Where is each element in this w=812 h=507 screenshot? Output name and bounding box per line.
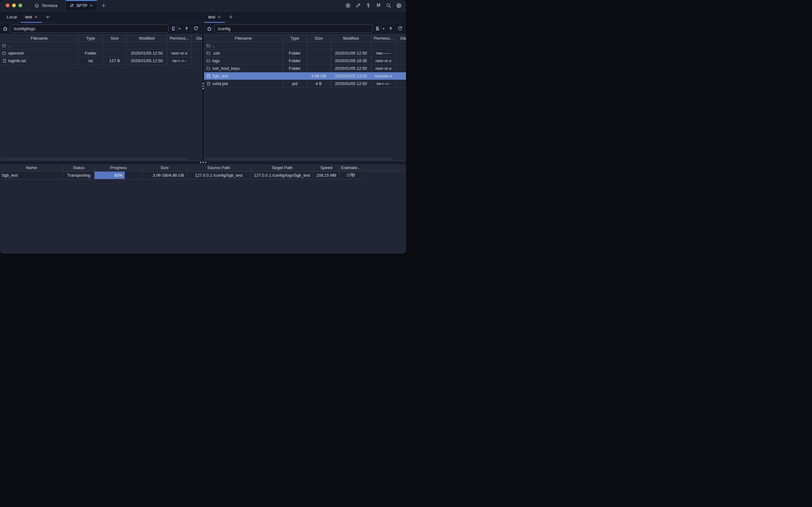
left-horizontal-scrollbar[interactable] bbox=[1, 158, 188, 160]
traffic-lights bbox=[0, 0, 31, 11]
right-refresh-button[interactable] bbox=[396, 25, 403, 32]
transfer-target-path-cell: 127.0.0.1:/config/logs/5gb_test bbox=[251, 172, 314, 179]
left-col-modified[interactable]: Modified bbox=[127, 35, 167, 42]
key-icon[interactable] bbox=[365, 2, 372, 9]
type-cell: txt bbox=[79, 57, 103, 64]
folder-icon bbox=[206, 66, 210, 70]
transfer-col-size[interactable]: Size bbox=[143, 164, 187, 171]
permissions-cell: rwxr-xr-x bbox=[167, 50, 192, 57]
file-icon bbox=[206, 74, 210, 78]
table-row[interactable]: loginfo.txt txt 127 B 2025/01/05 12:50 r… bbox=[0, 57, 202, 65]
transfer-row[interactable]: 5gb_test Transporting 63% 3.06 GB/4.88 G… bbox=[0, 172, 406, 179]
left-tab-local[interactable]: Local bbox=[3, 11, 21, 22]
table-row[interactable]: .. bbox=[204, 42, 406, 50]
left-bookmark-button[interactable] bbox=[171, 26, 181, 31]
transfer-source-path-cell: 127.0.0.1:/config/5gb_test bbox=[187, 172, 251, 179]
right-tab-test[interactable]: test bbox=[204, 11, 225, 22]
table-row[interactable]: .ssh Folder 2025/01/05 12:50 rwx------ bbox=[204, 50, 406, 57]
transfer-col-source-path[interactable]: Source Path bbox=[187, 164, 251, 171]
transfer-row-filler bbox=[363, 172, 406, 179]
chevron-down-icon[interactable] bbox=[178, 27, 181, 30]
right-col-filename[interactable]: Filename bbox=[204, 35, 283, 42]
chevron-down-icon[interactable] bbox=[382, 27, 385, 30]
filename-label: ssh_host_keys bbox=[212, 66, 240, 71]
tab-sftp[interactable]: SFTP bbox=[65, 0, 98, 11]
size-cell bbox=[307, 50, 331, 57]
right-horizontal-scrollbar[interactable] bbox=[205, 158, 392, 160]
minimize-window-button[interactable] bbox=[12, 3, 16, 7]
close-window-button[interactable] bbox=[6, 3, 9, 7]
transfer-estimate-cell: 17秒 bbox=[339, 172, 363, 179]
filename-label: sshd.pid bbox=[212, 81, 228, 86]
owner-cell bbox=[396, 80, 406, 87]
table-row[interactable]: logs Folder 2025/01/05 18:35 rwxr-xr-x bbox=[204, 57, 406, 65]
file-icon bbox=[2, 59, 6, 63]
table-row[interactable]: ssh_host_keys Folder 2025/01/05 12:50 rw… bbox=[204, 65, 406, 72]
branch-icon[interactable] bbox=[375, 2, 382, 9]
left-up-directory-button[interactable] bbox=[183, 25, 190, 32]
right-path-input[interactable] bbox=[214, 24, 373, 33]
permissions-cell bbox=[371, 42, 396, 49]
transfer-panel-splitter[interactable] bbox=[0, 161, 406, 164]
right-pane-new-tab-button[interactable] bbox=[225, 11, 237, 22]
filename-label: .ssh bbox=[212, 51, 220, 56]
left-tab-test-label: test bbox=[25, 15, 32, 19]
table-row[interactable]: openssh Folder 2025/01/05 12:50 rwxr-xr-… bbox=[0, 50, 202, 57]
edit-icon[interactable] bbox=[355, 2, 362, 9]
left-tab-test[interactable]: test bbox=[21, 11, 42, 22]
left-path-input[interactable] bbox=[10, 24, 169, 33]
transfer-updown-icon bbox=[69, 3, 74, 8]
right-tab-test-close-icon[interactable] bbox=[217, 15, 221, 19]
table-row[interactable]: .. bbox=[0, 42, 202, 50]
record-icon[interactable] bbox=[344, 2, 351, 9]
right-col-owner[interactable]: Owner bbox=[396, 35, 406, 42]
left-pane-tabstrip: Local test bbox=[0, 11, 202, 23]
right-home-icon[interactable] bbox=[207, 26, 212, 32]
search-icon[interactable] bbox=[385, 2, 392, 9]
type-cell bbox=[283, 72, 307, 79]
home-icon bbox=[34, 3, 39, 8]
right-bookmark-button[interactable] bbox=[375, 26, 385, 31]
right-col-type[interactable]: Type bbox=[283, 35, 307, 42]
table-row-selected[interactable]: 5gb_test 4.88 GB 2025/01/05 13:02 rwxrwx… bbox=[204, 72, 406, 80]
left-home-icon[interactable] bbox=[3, 26, 8, 32]
left-col-owner[interactable]: Owner bbox=[192, 35, 202, 42]
transfer-col-progress[interactable]: Progress bbox=[95, 164, 143, 171]
transfer-col-speed[interactable]: Speed bbox=[314, 164, 339, 171]
table-row[interactable]: sshd.pid pid 4 B 2025/01/05 12:50 rw-r--… bbox=[204, 80, 406, 88]
owner-cell bbox=[396, 72, 406, 79]
transfer-col-estimate[interactable]: Estimate... bbox=[339, 164, 363, 171]
transfer-col-name[interactable]: Name bbox=[0, 164, 63, 171]
left-refresh-button[interactable] bbox=[193, 25, 199, 32]
modified-cell bbox=[331, 42, 371, 49]
transfer-col-target-path[interactable]: Target Path bbox=[251, 164, 314, 171]
pane-splitter[interactable] bbox=[202, 11, 204, 161]
settings-icon[interactable] bbox=[395, 2, 402, 9]
filename-label: logs bbox=[212, 58, 220, 63]
right-col-modified[interactable]: Modified bbox=[331, 35, 371, 42]
tab-sftp-close-icon[interactable] bbox=[90, 4, 93, 7]
type-cell: Folder bbox=[283, 65, 307, 72]
left-col-filename[interactable]: Filename bbox=[0, 35, 79, 42]
left-col-permissions[interactable]: Permissi... bbox=[167, 35, 192, 42]
owner-cell bbox=[192, 57, 202, 64]
right-up-directory-button[interactable] bbox=[387, 25, 394, 32]
left-pane-new-tab-button[interactable] bbox=[42, 11, 54, 22]
left-tab-test-close-icon[interactable] bbox=[34, 15, 38, 19]
right-pane-tabstrip: test bbox=[204, 11, 406, 23]
left-col-size[interactable]: Size bbox=[103, 35, 127, 42]
tab-termora[interactable]: Termora bbox=[31, 0, 61, 11]
filename-label: .. bbox=[212, 43, 215, 48]
type-cell: Folder bbox=[283, 50, 307, 57]
transfer-col-status[interactable]: Status bbox=[63, 164, 95, 171]
new-tab-button[interactable] bbox=[98, 0, 110, 11]
type-cell bbox=[283, 42, 307, 49]
folder-icon bbox=[206, 44, 210, 48]
zoom-window-button[interactable] bbox=[18, 3, 22, 7]
permissions-cell bbox=[167, 42, 192, 49]
filename-label: 5gb_test bbox=[212, 74, 228, 78]
right-col-permissions[interactable]: Permissi... bbox=[371, 35, 396, 42]
modified-cell: 2025/01/05 12:50 bbox=[127, 57, 167, 64]
left-col-type[interactable]: Type bbox=[79, 35, 103, 42]
right-col-size[interactable]: Size bbox=[307, 35, 331, 42]
